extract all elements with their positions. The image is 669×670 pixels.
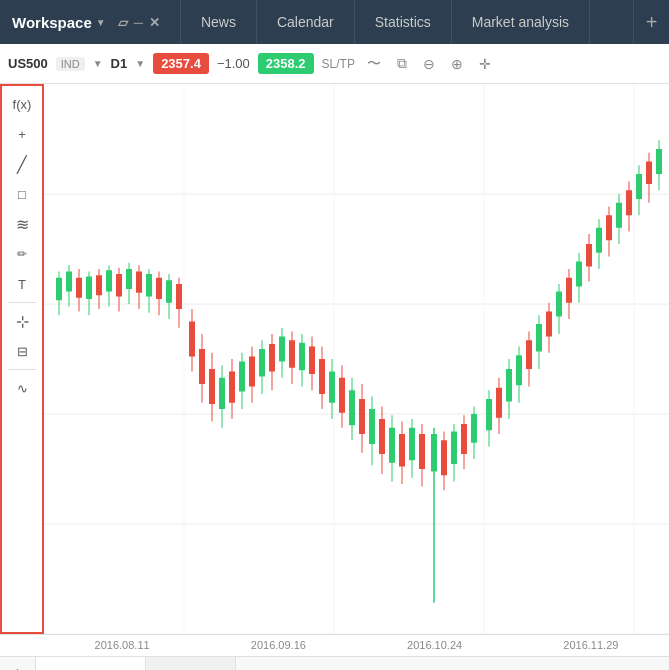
- svg-rect-80: [409, 428, 415, 461]
- svg-rect-62: [319, 359, 325, 394]
- svg-rect-72: [369, 409, 375, 444]
- svg-rect-10: [56, 278, 62, 301]
- node-tool[interactable]: ∿: [6, 374, 38, 402]
- svg-rect-100: [516, 355, 522, 385]
- workspace-dropdown-icon[interactable]: ▼: [96, 17, 106, 28]
- chart-container: f(x) + ╱ □ ≋ ✏ T ⊹ ⊟ ∿: [0, 84, 669, 634]
- fx-tool[interactable]: f(x): [6, 90, 38, 118]
- layers-tool[interactable]: ⊟: [6, 337, 38, 365]
- add-chart-button[interactable]: +: [0, 657, 36, 670]
- svg-rect-12: [66, 272, 72, 292]
- svg-rect-120: [616, 203, 622, 228]
- svg-rect-52: [269, 344, 275, 372]
- line-tool-icon[interactable]: 〜: [363, 53, 385, 75]
- bottom-tab-us500[interactable]: US500 (D1) ✕: [36, 657, 146, 670]
- svg-rect-98: [506, 369, 512, 402]
- svg-rect-96: [496, 388, 502, 418]
- svg-rect-84: [431, 434, 437, 472]
- svg-rect-112: [576, 262, 582, 287]
- svg-rect-38: [199, 349, 205, 384]
- price-bid: 2357.4: [153, 53, 209, 74]
- period-label: D1: [111, 56, 128, 71]
- restore-icon[interactable]: ▱: [118, 15, 128, 30]
- svg-rect-14: [76, 278, 82, 298]
- zoom-in-icon[interactable]: ⊕: [447, 54, 467, 74]
- svg-rect-70: [359, 399, 365, 434]
- svg-rect-106: [546, 312, 552, 337]
- svg-rect-22: [116, 274, 122, 297]
- add-object-icon[interactable]: ✛: [475, 54, 495, 74]
- svg-rect-30: [156, 278, 162, 299]
- sltp-label[interactable]: SL/TP: [322, 57, 355, 71]
- crosshair-tool[interactable]: ⊹: [6, 307, 38, 335]
- svg-rect-124: [636, 174, 642, 199]
- date-label-nov: 2016.11.29: [563, 639, 618, 652]
- add-tab-button[interactable]: +: [633, 0, 669, 44]
- pencil-tool[interactable]: ✏: [6, 240, 38, 268]
- svg-rect-114: [586, 244, 592, 267]
- svg-rect-128: [656, 149, 662, 174]
- close-icon[interactable]: ✕: [149, 15, 160, 30]
- date-label-sep: 2016.09.16: [251, 639, 306, 652]
- left-toolbar: f(x) + ╱ □ ≋ ✏ T ⊹ ⊟ ∿: [0, 84, 44, 634]
- svg-rect-16: [86, 277, 92, 300]
- workspace-title: Workspace: [12, 14, 92, 31]
- text-tool[interactable]: T: [6, 270, 38, 298]
- svg-rect-126: [646, 162, 652, 185]
- indicator-tool-icon[interactable]: ⧉: [393, 53, 411, 74]
- tab-market-analysis[interactable]: Market analysis: [452, 0, 590, 44]
- workspace-label[interactable]: Workspace ▼ ▱ ─ ✕: [0, 0, 181, 44]
- svg-rect-26: [136, 272, 142, 293]
- price-ask: 2358.2: [258, 53, 314, 74]
- svg-rect-32: [166, 280, 172, 303]
- indicator-dropdown-icon[interactable]: ▼: [93, 58, 103, 69]
- svg-rect-108: [556, 292, 562, 317]
- svg-rect-116: [596, 228, 602, 253]
- indicator-badge: IND: [56, 57, 85, 71]
- svg-rect-86: [441, 440, 447, 475]
- rect-tool[interactable]: □: [6, 180, 38, 208]
- wave-tool[interactable]: ≋: [6, 210, 38, 238]
- bottom-tabs: + US500 (D1) ✕ GOLD (D1): [0, 656, 669, 670]
- period-dropdown-icon[interactable]: ▼: [135, 58, 145, 69]
- price-change: −1.00: [217, 56, 250, 71]
- svg-rect-88: [451, 432, 457, 465]
- svg-rect-104: [536, 324, 542, 352]
- svg-rect-28: [146, 274, 152, 297]
- svg-rect-40: [209, 369, 215, 404]
- svg-rect-42: [219, 378, 225, 409]
- svg-rect-44: [229, 372, 235, 403]
- svg-rect-64: [329, 372, 335, 403]
- tab-calendar[interactable]: Calendar: [257, 0, 355, 44]
- svg-rect-24: [126, 269, 132, 289]
- svg-rect-76: [389, 428, 395, 463]
- svg-rect-48: [249, 357, 255, 387]
- svg-rect-34: [176, 284, 182, 309]
- svg-rect-118: [606, 215, 612, 240]
- svg-rect-66: [339, 378, 345, 413]
- workspace-window-icons: ▱ ─ ✕: [110, 15, 168, 30]
- svg-rect-110: [566, 278, 572, 303]
- svg-rect-92: [471, 414, 477, 443]
- bottom-tab-gold[interactable]: GOLD (D1): [146, 657, 236, 670]
- svg-rect-58: [299, 343, 305, 371]
- add-tool[interactable]: +: [6, 120, 38, 148]
- zoom-out-icon[interactable]: ⊖: [419, 54, 439, 74]
- svg-rect-74: [379, 419, 385, 454]
- svg-rect-90: [461, 424, 467, 454]
- nav-tabs: News Calendar Statistics Market analysis: [181, 0, 633, 44]
- svg-rect-78: [399, 434, 405, 467]
- toolbar-separator-2: [8, 369, 36, 370]
- svg-rect-46: [239, 362, 245, 392]
- svg-rect-68: [349, 390, 355, 425]
- minimize-icon[interactable]: ─: [134, 15, 143, 30]
- date-labels: 2016.08.11 2016.09.16 2016.10.24 2016.11…: [0, 634, 669, 656]
- chart-area[interactable]: [44, 84, 669, 634]
- line-tool[interactable]: ╱: [6, 150, 38, 178]
- tab-statistics[interactable]: Statistics: [355, 0, 452, 44]
- svg-rect-82: [419, 434, 425, 469]
- tab-news[interactable]: News: [181, 0, 257, 44]
- svg-rect-20: [106, 270, 112, 291]
- top-nav: Workspace ▼ ▱ ─ ✕ News Calendar Statisti…: [0, 0, 669, 44]
- chart-toolbar: US500 IND ▼ D1 ▼ 2357.4 −1.00 2358.2 SL/…: [0, 44, 669, 84]
